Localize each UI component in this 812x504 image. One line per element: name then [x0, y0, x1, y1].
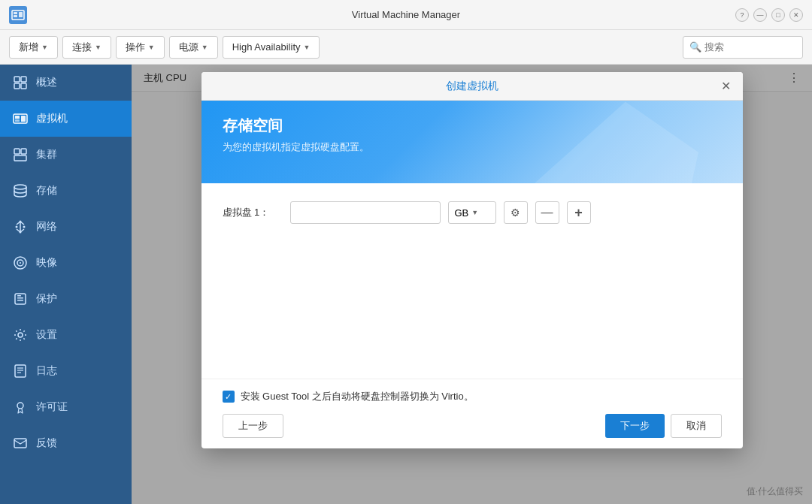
sidebar-item-network[interactable]: 网络	[0, 209, 132, 245]
sidebar: 概述 虚拟机 集群	[0, 65, 132, 504]
search-input[interactable]	[704, 41, 796, 53]
protection-icon	[12, 291, 29, 307]
sidebar-label-protection: 保护	[36, 292, 57, 306]
sidebar-item-vm[interactable]: 虚拟机	[0, 101, 132, 137]
sidebar-item-image[interactable]: 映像	[0, 245, 132, 281]
svg-rect-10	[15, 119, 20, 122]
title-bar: Virtual Machine Manager ? — □ ✕	[0, 0, 812, 30]
svg-rect-7	[21, 83, 26, 89]
ha-button[interactable]: High Availability ▼	[223, 36, 320, 59]
svg-point-19	[23, 226, 26, 228]
svg-rect-24	[17, 297, 23, 299]
svg-rect-11	[21, 116, 26, 122]
power-dropdown-arrow: ▼	[201, 44, 208, 51]
sidebar-label-cluster: 集群	[36, 148, 57, 161]
plus-button[interactable]: +	[567, 201, 591, 224]
dialog-hero: 存储空间 为您的虚拟机指定虚拟硬盘配置。	[201, 101, 743, 183]
app-icon	[9, 6, 27, 24]
svg-rect-25	[17, 300, 23, 301]
checkbox-check-icon: ✓	[225, 392, 232, 402]
sidebar-label-settings: 设置	[36, 328, 57, 342]
dialog-footer: 上一步 下一步 取消	[201, 403, 743, 448]
minus-icon: —	[541, 207, 553, 219]
dialog-title: 创建虚拟机	[446, 80, 498, 93]
search-box[interactable]: 🔍	[683, 36, 803, 59]
dialog-hero-subtitle: 为您的虚拟机指定虚拟硬盘配置。	[223, 140, 722, 154]
sidebar-item-cluster[interactable]: 集群	[0, 137, 132, 173]
connect-button[interactable]: 连接 ▼	[62, 36, 111, 59]
sidebar-label-image: 映像	[36, 256, 57, 270]
svg-point-16	[20, 221, 22, 223]
minus-button[interactable]: —	[535, 201, 559, 224]
feedback-icon	[12, 435, 29, 451]
svg-rect-26	[17, 295, 21, 297]
sidebar-label-storage: 存储	[36, 184, 57, 198]
dialog-body: 虚拟盘 1： GB ▼ ⚙ — +	[201, 183, 743, 379]
svg-rect-32	[14, 439, 26, 448]
image-icon	[12, 255, 29, 271]
svg-point-18	[16, 226, 18, 228]
plus-icon: +	[574, 206, 583, 219]
svg-rect-9	[15, 116, 20, 119]
sidebar-item-settings[interactable]: 设置	[0, 317, 132, 353]
sidebar-item-feedback[interactable]: 反馈	[0, 425, 132, 461]
unit-value: GB	[455, 207, 469, 219]
storage-icon	[12, 183, 29, 199]
dialog-hero-title: 存储空间	[223, 116, 722, 136]
overview-icon	[12, 74, 29, 91]
operate-dropdown-arrow: ▼	[148, 44, 155, 51]
svg-point-17	[20, 231, 22, 234]
sidebar-item-log[interactable]: 日志	[0, 353, 132, 389]
dialog-titlebar: 创建虚拟机 ✕	[201, 72, 743, 101]
sidebar-label-vm: 虚拟机	[36, 112, 68, 125]
log-icon	[12, 363, 29, 379]
minimize-button[interactable]: —	[753, 8, 767, 22]
svg-rect-4	[14, 77, 20, 82]
sidebar-item-protection[interactable]: 保护	[0, 281, 132, 317]
footer-right: 下一步 取消	[605, 414, 722, 438]
search-icon: 🔍	[689, 41, 701, 53]
cancel-button[interactable]: 取消	[671, 414, 722, 438]
next-button[interactable]: 下一步	[605, 414, 665, 438]
cluster-icon	[12, 146, 29, 163]
svg-rect-3	[19, 12, 23, 17]
content-area: 主机 CPU ⋮ 创建虚拟机 ✕ 存储空间 为您的虚拟机指定虚拟硬盘配置。 虚拟…	[132, 65, 812, 504]
svg-rect-13	[21, 149, 26, 154]
unit-select[interactable]: GB ▼	[448, 201, 496, 224]
gear-button[interactable]: ⚙	[504, 201, 528, 224]
vm-icon	[12, 110, 29, 127]
virtio-checkbox[interactable]: ✓	[223, 391, 235, 403]
window-controls: ? — □ ✕	[735, 8, 803, 22]
ha-dropdown-arrow: ▼	[304, 44, 311, 51]
sidebar-label-feedback: 反馈	[36, 436, 57, 450]
prev-button[interactable]: 上一步	[223, 414, 283, 438]
svg-point-22	[20, 262, 21, 264]
checkbox-label: 安装 Guest Tool 之后自动将硬盘控制器切换为 Virtio。	[241, 390, 474, 403]
sidebar-item-license[interactable]: 许可证	[0, 389, 132, 425]
svg-point-27	[18, 333, 23, 337]
power-button[interactable]: 电源 ▼	[169, 36, 218, 59]
sidebar-item-storage[interactable]: 存储	[0, 173, 132, 209]
maximize-button[interactable]: □	[771, 8, 785, 22]
toolbar: 新增 ▼ 连接 ▼ 操作 ▼ 电源 ▼ High Availability ▼ …	[0, 30, 812, 65]
settings-icon	[12, 327, 29, 343]
connect-dropdown-arrow: ▼	[95, 44, 102, 51]
close-window-button[interactable]: ✕	[789, 8, 803, 22]
license-icon	[12, 399, 29, 415]
new-button[interactable]: 新增 ▼	[9, 36, 58, 59]
svg-rect-14	[14, 155, 26, 161]
svg-rect-2	[14, 15, 17, 17]
disk-form-row: 虚拟盘 1： GB ▼ ⚙ — +	[223, 201, 722, 224]
sidebar-label-log: 日志	[36, 364, 57, 378]
svg-rect-12	[14, 149, 20, 154]
help-button[interactable]: ?	[735, 8, 749, 22]
svg-rect-5	[21, 77, 26, 82]
unit-dropdown-arrow: ▼	[471, 209, 478, 216]
sidebar-label-network: 网络	[36, 220, 57, 234]
dialog-close-button[interactable]: ✕	[719, 79, 734, 94]
operate-button[interactable]: 操作 ▼	[116, 36, 165, 59]
gear-icon: ⚙	[511, 207, 520, 219]
create-vm-dialog: 创建虚拟机 ✕ 存储空间 为您的虚拟机指定虚拟硬盘配置。 虚拟盘 1： GB ▼	[201, 72, 743, 448]
disk-size-input[interactable]	[290, 201, 441, 224]
sidebar-item-overview[interactable]: 概述	[0, 65, 132, 101]
